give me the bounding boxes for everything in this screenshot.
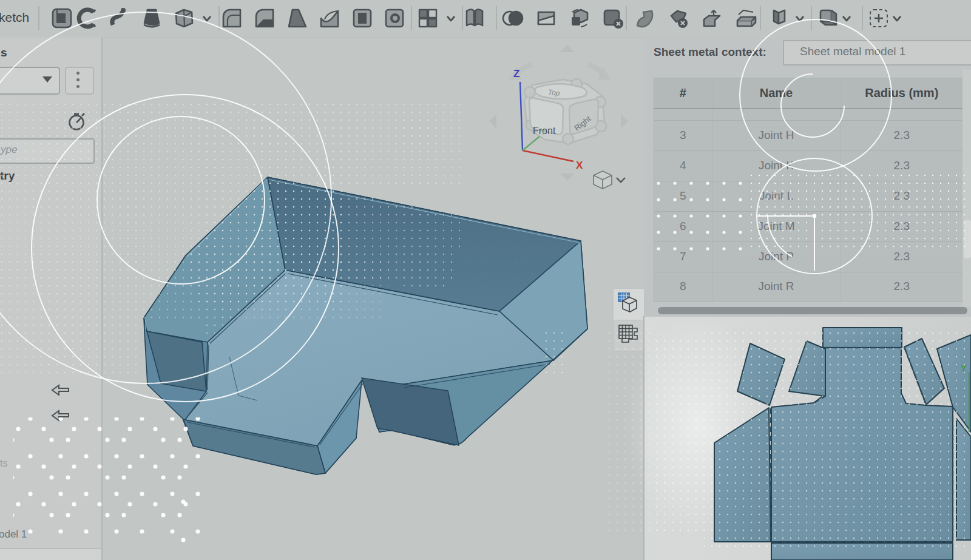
svg-text:X: X bbox=[576, 160, 583, 171]
svg-text:Top: Top bbox=[547, 88, 560, 98]
svg-text:Y: Y bbox=[541, 128, 546, 137]
svg-text:Z: Z bbox=[513, 68, 519, 79]
